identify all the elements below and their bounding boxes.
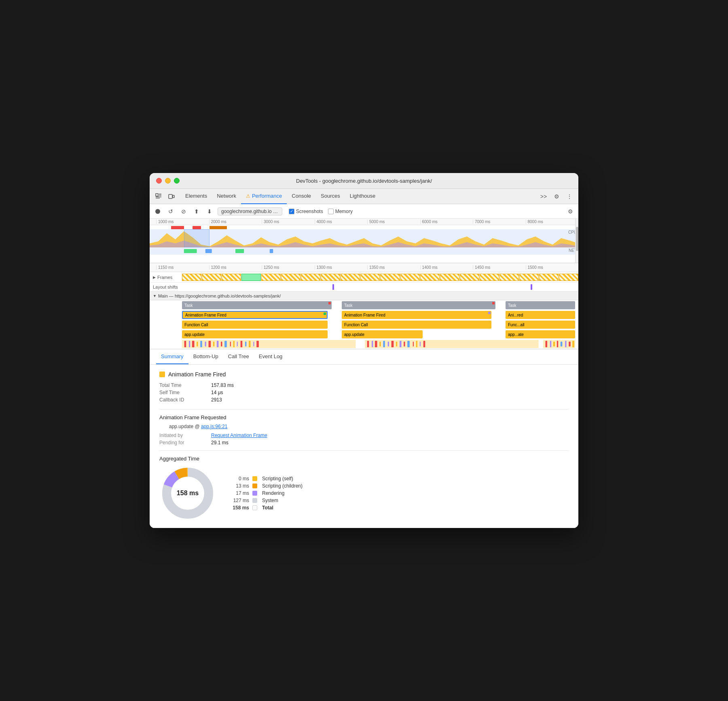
svg-rect-50 [565, 341, 566, 347]
svg-rect-27 [256, 341, 259, 347]
task-bar-1[interactable]: Task [182, 301, 332, 309]
screenshots-checkbox-box[interactable] [289, 209, 294, 214]
app-update-bar-1[interactable]: app.update [182, 330, 328, 338]
func-call-bar-3[interactable]: Func...all [506, 321, 575, 329]
legend-val-0: 0 ms [229, 476, 249, 481]
overview-scrollbar[interactable] [575, 219, 578, 263]
app-update-bar-2[interactable]: app.update [342, 330, 423, 338]
record-button[interactable] [153, 207, 163, 216]
download-button[interactable]: ⬇ [205, 207, 214, 216]
screenshots-checkbox[interactable]: Screenshots [289, 209, 323, 214]
svg-rect-4 [184, 249, 197, 253]
app-update-bar-3[interactable]: app...ate [506, 330, 575, 338]
tab-sources[interactable]: Sources [316, 189, 345, 204]
svg-rect-22 [237, 342, 238, 346]
frame-block-6 [281, 274, 301, 281]
settings-icon[interactable]: ⚙ [551, 191, 562, 202]
maximize-button[interactable] [174, 178, 180, 184]
func-call-bar-1[interactable]: Function Call [182, 321, 328, 329]
svg-rect-42 [420, 342, 421, 346]
overview-selection[interactable] [184, 229, 210, 247]
event-color-swatch [159, 372, 165, 377]
task-bar-3[interactable]: Task [506, 301, 575, 309]
tab-call-tree[interactable]: Call Tree [223, 349, 254, 364]
scrollbar-thumb[interactable] [576, 227, 578, 251]
ztick-0: 1150 ms [156, 265, 209, 270]
reload-button[interactable]: ↺ [166, 207, 176, 216]
tab-summary[interactable]: Summary [156, 349, 188, 364]
frame-block-5 [261, 274, 281, 281]
svg-rect-10 [189, 341, 190, 347]
tab-console[interactable]: Console [287, 189, 316, 204]
initiated-by-link[interactable]: Request Animation Frame [211, 433, 569, 438]
overview-timeline[interactable]: 1000 ms 2000 ms 3000 ms 4000 ms 5000 ms … [150, 219, 578, 263]
close-button[interactable] [156, 178, 162, 184]
svg-rect-31 [375, 341, 377, 347]
net-track: NET [150, 247, 578, 255]
tab-elements[interactable]: Elements [180, 189, 212, 204]
callback-id-label: Callback ID [159, 397, 208, 403]
ztick-6: 1450 ms [473, 265, 526, 270]
event-markers-row [150, 225, 578, 229]
tab-network[interactable]: Network [212, 189, 241, 204]
app-update-ref-row: app.update @ app.js:96:21 [159, 424, 569, 429]
svg-rect-23 [241, 341, 243, 347]
frame-block-15 [460, 274, 479, 281]
memory-checkbox-box[interactable] [328, 209, 334, 214]
frame-block-8 [321, 274, 340, 281]
svg-rect-40 [413, 342, 414, 346]
more-options-icon[interactable]: ⋮ [564, 191, 575, 202]
zoom-timeline: 1150 ms 1200 ms 1250 ms 1300 ms 1350 ms … [150, 263, 578, 349]
tab-icons [153, 191, 177, 202]
main-section-header: ▼ Main — https://googlechrome.github.io/… [150, 291, 578, 300]
tick-2: 3000 ms [262, 220, 315, 224]
performance-settings-icon[interactable]: ⚙ [565, 207, 575, 216]
svg-rect-13 [200, 341, 202, 347]
svg-rect-46 [550, 341, 551, 347]
anim-frame-bar-3[interactable]: Ani...red [506, 311, 575, 319]
initiated-by-label: Initiated by [159, 433, 208, 438]
window-title: DevTools - googlechrome.github.io/devtoo… [296, 178, 432, 184]
flame-chart[interactable]: Task Task Task Animation Frame Fired [150, 300, 578, 349]
tab-performance[interactable]: ⚠ Performance [241, 189, 287, 204]
svg-rect-30 [372, 341, 373, 347]
anim-frame-bar-1[interactable]: Animation Frame Fired [182, 311, 328, 319]
task-bar-2[interactable]: Task [342, 301, 495, 309]
memory-checkbox[interactable]: Memory [328, 209, 353, 214]
svg-rect-18 [221, 342, 222, 346]
upload-button[interactable]: ⬆ [192, 207, 201, 216]
svg-rect-26 [253, 342, 254, 346]
device-icon[interactable] [166, 191, 177, 202]
svg-rect-15 [209, 341, 211, 347]
mini-bars-row [182, 340, 575, 348]
svg-rect-38 [404, 342, 405, 346]
tab-lighthouse[interactable]: Lighthouse [345, 189, 381, 204]
tab-overflow-button[interactable]: >> [538, 191, 549, 202]
svg-point-3 [155, 209, 160, 214]
svg-rect-39 [407, 341, 410, 347]
svg-rect-48 [557, 341, 558, 347]
svg-rect-17 [217, 341, 219, 347]
frame-block-1 [182, 274, 201, 281]
frame-block-20 [559, 274, 578, 281]
tab-event-log[interactable]: Event Log [254, 349, 288, 364]
tab-bottom-up[interactable]: Bottom-Up [188, 349, 223, 364]
svg-rect-37 [400, 341, 402, 347]
frame-block-13 [420, 274, 440, 281]
inspect-icon[interactable] [153, 191, 164, 202]
ztick-7: 1500 ms [526, 265, 579, 270]
tab-end-icons: >> ⚙ ⋮ [538, 191, 575, 202]
pending-for-row: Pending for 29.1 ms [159, 440, 569, 446]
pending-for-value: 29.1 ms [211, 440, 569, 446]
func-call-bar-2[interactable]: Function Call [342, 321, 491, 329]
divider-2 [159, 450, 569, 451]
svg-rect-12 [197, 342, 198, 346]
clear-button[interactable]: ⊘ [179, 207, 188, 216]
svg-rect-52 [572, 341, 574, 347]
legend-val-1: 13 ms [229, 483, 249, 489]
minimize-button[interactable] [165, 178, 171, 184]
tick-0: 1000 ms [156, 220, 209, 224]
summary-content: Animation Frame Fired Total Time 157.83 … [150, 365, 578, 528]
anim-frame-bar-2[interactable]: Animation Frame Fired [342, 311, 491, 319]
app-js-link[interactable]: app.js:96:21 [201, 424, 227, 429]
